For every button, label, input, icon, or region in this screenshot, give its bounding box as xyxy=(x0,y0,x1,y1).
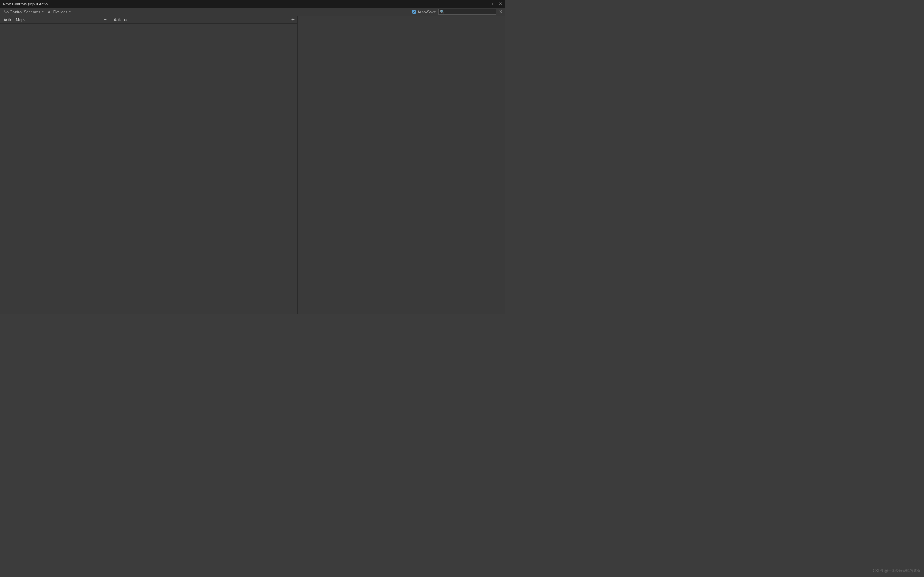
toolbar-left: No Control Schemes ▼ All Devices ▼ xyxy=(2,9,411,15)
search-close-button[interactable]: ✕ xyxy=(498,10,503,15)
actions-panel: Actions + xyxy=(110,16,298,314)
main-content: Action Maps + Actions + xyxy=(0,16,505,314)
window-title: New Controls (Input Actio... xyxy=(3,2,51,6)
title-bar-controls: ─ □ ✕ xyxy=(485,2,502,6)
actions-header: Actions + xyxy=(110,16,297,24)
action-maps-content xyxy=(0,24,110,314)
toolbar-right: Auto-Save ✕ xyxy=(412,9,503,15)
action-maps-title: Action Maps xyxy=(3,18,26,22)
properties-panel xyxy=(298,16,505,314)
maximize-button[interactable]: □ xyxy=(492,2,496,6)
auto-save-text: Auto-Save xyxy=(418,10,436,14)
search-input[interactable] xyxy=(438,9,496,15)
action-maps-panel: Action Maps + xyxy=(0,16,110,314)
toolbar: No Control Schemes ▼ All Devices ▼ Auto-… xyxy=(0,8,505,16)
control-schemes-dropdown[interactable]: No Control Schemes ▼ xyxy=(2,9,45,15)
all-devices-dropdown[interactable]: All Devices ▼ xyxy=(46,9,73,15)
actions-title: Actions xyxy=(114,18,127,22)
add-action-button[interactable]: + xyxy=(291,17,294,23)
action-maps-header: Action Maps + xyxy=(0,16,110,24)
add-action-map-button[interactable]: + xyxy=(103,17,107,23)
all-devices-label: All Devices xyxy=(48,10,67,14)
auto-save-checkbox[interactable] xyxy=(412,10,416,14)
properties-content xyxy=(298,16,505,314)
control-schemes-label: No Control Schemes xyxy=(3,10,40,14)
actions-content xyxy=(110,24,297,314)
control-schemes-arrow-icon: ▼ xyxy=(42,10,44,13)
title-bar: New Controls (Input Actio... ─ □ ✕ xyxy=(0,0,505,8)
all-devices-arrow-icon: ▼ xyxy=(69,10,71,13)
minimize-button[interactable]: ─ xyxy=(485,2,489,6)
auto-save-label[interactable]: Auto-Save xyxy=(412,10,436,14)
close-button[interactable]: ✕ xyxy=(498,2,502,6)
